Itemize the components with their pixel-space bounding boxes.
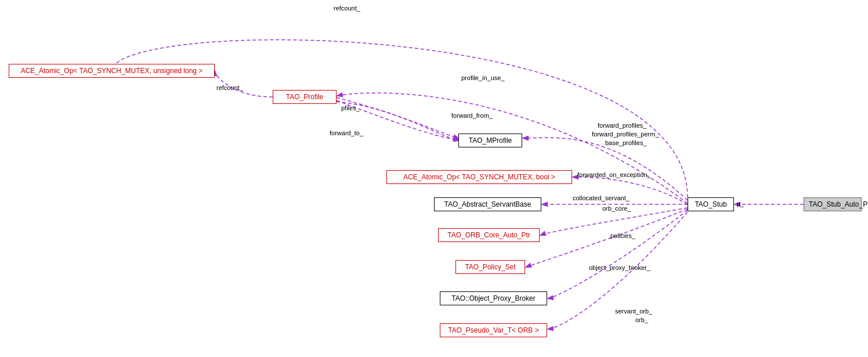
node-tao-stub: TAO_Stub [688, 197, 734, 211]
label-refcount-left: refcount_ [216, 84, 243, 91]
label-collocated-servant: collocated_servant_ [573, 194, 630, 201]
node-tao-mprofile: TAO_MProfile [458, 134, 522, 147]
node-tao-object-proxy-broker: TAO::Object_Proxy_Broker [440, 291, 547, 305]
node-tao-pseudo-var: TAO_Pseudo_Var_T< ORB > [440, 323, 547, 337]
node-tao-orb-core-auto-ptr: TAO_ORB_Core_Auto_Ptr [438, 228, 540, 242]
label-forward-profiles: forward_profiles_ [598, 122, 646, 129]
label-forwarded-on-exception: forwarded_on_exception_ [577, 171, 651, 178]
node-tao-policy-set: TAO_Policy_Set [455, 260, 525, 274]
label-p: p_ [737, 200, 744, 207]
node-tao-profile: TAO_Profile [273, 90, 337, 104]
label-orb-core: orb_core_ [602, 205, 631, 212]
label-orb: orb_ [635, 316, 648, 323]
label-object-proxy-broker: object_proxy_broker_ [589, 264, 650, 271]
label-profile-in-use: profile_in_use_ [461, 74, 505, 81]
label-policies: policies_ [610, 232, 635, 239]
label-servant-orb: servant_orb_ [615, 308, 652, 315]
node-ace-atomic-long: ACE_Atomic_Op< TAO_SYNCH_MUTEX, unsigned… [9, 64, 215, 78]
label-base-profiles: base_profiles_ [605, 139, 647, 146]
node-tao-abstract-servant: TAO_Abstract_ServantBase [434, 197, 541, 211]
label-refcount-top: refcount_ [334, 5, 360, 12]
label-pfiles: pfiles_ [341, 104, 360, 111]
node-ace-atomic-bool: ACE_Atomic_Op< TAO_SYNCH_MUTEX, bool > [386, 170, 572, 184]
node-tao-stub-auto-ptr: TAO_Stub_Auto_Ptr [804, 197, 862, 211]
label-forward-from: forward_from_ [451, 112, 493, 119]
label-forward-profiles-perm: forward_profiles_perm_ [592, 131, 659, 138]
diagram-container: refcount_ refcount_ profile_in_use_ pfil… [0, 0, 868, 357]
label-forward-to: forward_to_ [330, 129, 363, 136]
